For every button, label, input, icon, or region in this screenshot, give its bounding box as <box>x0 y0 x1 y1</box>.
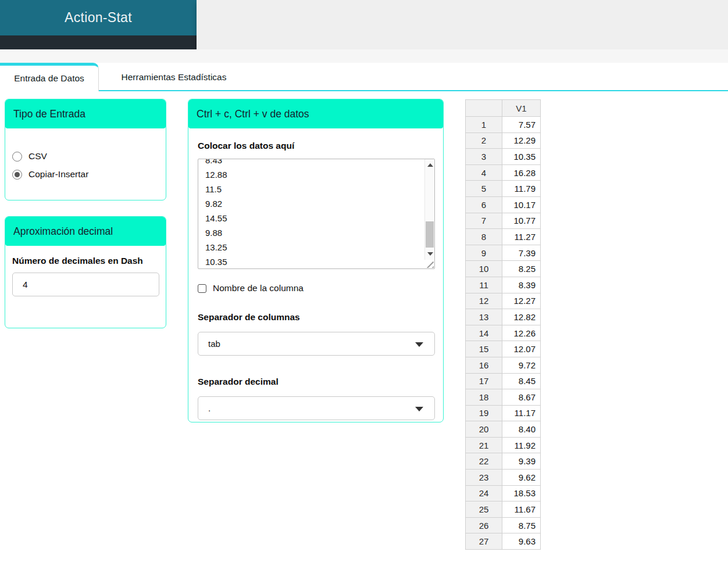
v1-value-cell[interactable]: 9.72 <box>502 357 541 373</box>
index-column-header <box>466 100 502 117</box>
v1-value-cell[interactable]: 12.82 <box>502 309 541 325</box>
row-index-cell: 2 <box>466 132 502 149</box>
v1-value-cell[interactable]: 8.75 <box>502 517 541 533</box>
chevron-down-icon <box>415 342 423 347</box>
v1-value-cell[interactable]: 12.27 <box>502 293 541 309</box>
v1-value-cell[interactable]: 12.07 <box>502 341 541 357</box>
row-index-cell: 20 <box>466 421 502 438</box>
decimal-card: Aproximación decimal Número de decimales… <box>5 216 166 328</box>
radio-icon[interactable] <box>12 152 22 162</box>
v1-value-cell[interactable]: 12.26 <box>502 325 541 341</box>
radio-option-label: CSV <box>28 151 47 162</box>
v1-value-cell[interactable]: 9.63 <box>502 533 541 550</box>
v1-value-cell[interactable]: 11.27 <box>502 229 541 245</box>
table-row: 268.75 <box>466 517 541 533</box>
v1-value-cell[interactable]: 11.67 <box>502 501 541 518</box>
v1-value-cell[interactable]: 8.39 <box>502 277 541 293</box>
table-row: 208.40 <box>466 421 541 438</box>
v1-value-cell[interactable]: 10.17 <box>502 196 541 213</box>
row-index-cell: 19 <box>466 405 502 421</box>
scroll-down-icon[interactable] <box>425 250 435 258</box>
v1-value-cell[interactable]: 11.92 <box>502 437 541 453</box>
table-row: 108.25 <box>466 261 541 277</box>
row-index-cell: 8 <box>466 229 502 245</box>
table-row: 229.39 <box>466 453 541 470</box>
v1-value-cell[interactable]: 10.77 <box>502 213 541 229</box>
column-name-row[interactable]: Nombre de la columna <box>198 283 434 293</box>
textarea-scrollbar[interactable] <box>424 159 434 260</box>
v1-value-cell[interactable]: 7.39 <box>502 245 541 261</box>
data-table: V1 17.57212.29310.35416.28511.79610.1771… <box>465 99 541 550</box>
radio-option-label: Copiar-Insertar <box>28 169 88 180</box>
v1-value-cell[interactable]: 8.40 <box>502 421 541 438</box>
chevron-down-icon <box>415 407 423 411</box>
table-row: 811.27 <box>466 229 541 245</box>
radio-option[interactable]: Copiar-Insertar <box>12 167 166 181</box>
column-name-label: Nombre de la columna <box>213 283 304 293</box>
row-index-cell: 26 <box>466 517 502 533</box>
row-index-cell: 9 <box>466 245 502 261</box>
row-index-cell: 24 <box>466 485 502 501</box>
v1-value-cell[interactable]: 8.67 <box>502 389 541 406</box>
table-row: 310.35 <box>466 149 541 165</box>
table-row: 118.39 <box>466 277 541 293</box>
dropdown-value: tab <box>208 339 220 349</box>
v1-value-cell[interactable]: 10.35 <box>502 149 541 165</box>
decimal-separator-dropdown[interactable]: . <box>198 396 435 420</box>
tab-herramientas-estadisticas[interactable]: Herramientas Estadísticas <box>99 63 248 91</box>
radio-option[interactable]: CSV <box>12 149 166 163</box>
card-title: Ctrl + c, Ctrl + v de datos <box>197 108 309 120</box>
v1-value-cell[interactable]: 11.17 <box>502 405 541 421</box>
v1-value-cell[interactable]: 11.79 <box>502 181 541 197</box>
tab-entrada-de-datos[interactable]: Entrada de Datos <box>0 63 99 91</box>
decimal-card-header: Aproximación decimal <box>5 217 166 246</box>
paste-textarea[interactable]: 8.43 12.88 11.5 9.82 14.55 9.88 13.25 10… <box>198 159 435 269</box>
paste-textarea-content: 8.43 12.88 11.5 9.82 14.55 9.88 13.25 10… <box>205 159 227 269</box>
row-index-cell: 27 <box>466 533 502 550</box>
v1-value-cell[interactable]: 18.53 <box>502 485 541 501</box>
table-row: 1911.17 <box>466 405 541 421</box>
row-index-cell: 18 <box>466 389 502 406</box>
paste-card: Ctrl + c, Ctrl + v de datos Colocar los … <box>188 99 444 422</box>
v1-value-cell[interactable]: 8.25 <box>502 261 541 277</box>
v1-value-cell[interactable]: 7.57 <box>502 117 541 133</box>
card-title: Tipo de Entrada <box>13 108 85 120</box>
decimal-separator-label: Separador decimal <box>198 374 434 389</box>
row-index-cell: 12 <box>466 293 502 309</box>
table-row: 416.28 <box>466 164 541 181</box>
table-row: 2111.92 <box>466 437 541 453</box>
tab-underline <box>99 90 728 91</box>
table-row: 17.57 <box>466 117 541 133</box>
table-row: 1312.82 <box>466 309 541 325</box>
row-index-cell: 23 <box>466 470 502 486</box>
header-right-panel <box>197 0 728 49</box>
data-table-body: 17.57212.29310.35416.28511.79610.17710.7… <box>466 117 541 550</box>
v1-value-cell[interactable]: 16.28 <box>502 164 541 181</box>
column-separator-label: Separador de columnas <box>198 310 434 324</box>
column-name-checkbox[interactable] <box>198 284 206 293</box>
table-row: 188.67 <box>466 389 541 406</box>
input-type-card-header: Tipo de Entrada <box>5 99 166 128</box>
row-index-cell: 1 <box>466 117 502 133</box>
decimals-input[interactable] <box>12 273 159 296</box>
column-separator-dropdown[interactable]: tab <box>198 332 435 356</box>
row-index-cell: 7 <box>466 213 502 229</box>
resize-grip-icon[interactable] <box>426 260 434 268</box>
v1-value-cell[interactable]: 9.62 <box>502 470 541 486</box>
dropdown-value: . <box>208 403 210 413</box>
v1-value-cell[interactable]: 8.45 <box>502 373 541 389</box>
row-index-cell: 10 <box>466 261 502 277</box>
table-row: 169.72 <box>466 357 541 373</box>
v1-column-header: V1 <box>502 100 541 117</box>
table-row: 710.77 <box>466 213 541 229</box>
radio-icon[interactable] <box>12 170 22 180</box>
v1-value-cell[interactable]: 9.39 <box>502 453 541 470</box>
app-navbar: Action-Stat <box>0 0 197 35</box>
scroll-up-icon[interactable] <box>425 161 435 169</box>
table-row: 239.62 <box>466 470 541 486</box>
row-index-cell: 14 <box>466 325 502 341</box>
tab-label: Herramientas Estadísticas <box>122 72 227 83</box>
v1-value-cell[interactable]: 12.29 <box>502 132 541 149</box>
input-type-options: CSVCopiar-Insertar <box>5 149 166 181</box>
scrollbar-thumb[interactable] <box>426 221 434 248</box>
